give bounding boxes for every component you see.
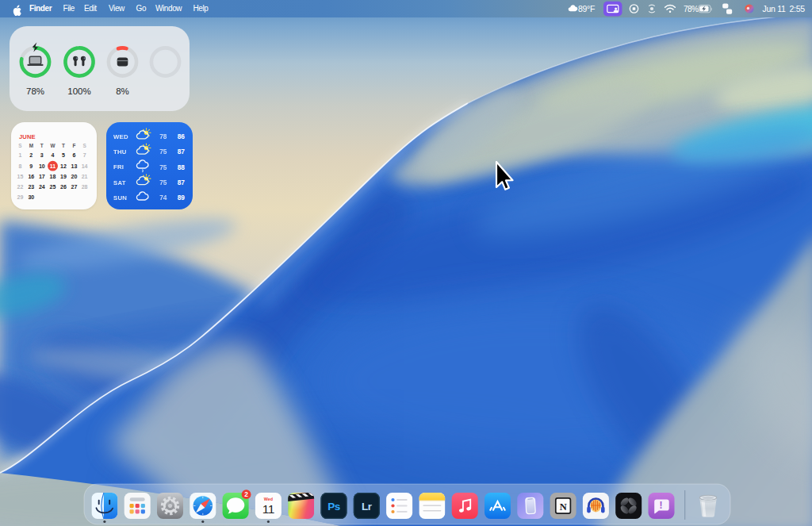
svg-text:25: 25 xyxy=(50,184,56,190)
svg-text:5: 5 xyxy=(62,152,65,158)
svg-text:T: T xyxy=(40,143,44,148)
svg-text:W: W xyxy=(50,143,56,148)
svg-text:2: 2 xyxy=(244,490,248,498)
svg-text:27: 27 xyxy=(71,184,78,190)
svg-text:87: 87 xyxy=(178,179,186,186)
svg-text:S: S xyxy=(18,143,22,148)
svg-text:15: 15 xyxy=(17,174,24,179)
svg-text:11: 11 xyxy=(50,163,56,169)
svg-text:86: 86 xyxy=(178,132,186,140)
svg-text:23: 23 xyxy=(28,184,34,190)
svg-text:Wed: Wed xyxy=(264,497,273,501)
svg-text:29: 29 xyxy=(17,194,24,200)
svg-text:75: 75 xyxy=(159,179,167,186)
svg-text:!: ! xyxy=(660,500,663,511)
svg-text:10: 10 xyxy=(39,163,45,169)
svg-text:S: S xyxy=(82,143,86,148)
svg-text:9: 9 xyxy=(29,163,33,169)
svg-text:F: F xyxy=(72,143,75,148)
svg-text:Lr: Lr xyxy=(362,501,373,513)
svg-text:Jun 11: Jun 11 xyxy=(763,4,786,13)
svg-text:18: 18 xyxy=(50,174,56,179)
svg-text:Ps: Ps xyxy=(327,501,340,513)
svg-text:FRI: FRI xyxy=(113,163,124,171)
svg-text:12: 12 xyxy=(60,163,67,169)
svg-text:THU: THU xyxy=(113,148,127,155)
svg-text:22: 22 xyxy=(17,184,24,190)
svg-text:89°F: 89°F xyxy=(578,4,595,13)
svg-text:89: 89 xyxy=(178,194,186,202)
svg-text:8: 8 xyxy=(18,163,21,169)
svg-text:87: 87 xyxy=(178,148,186,155)
svg-text:14: 14 xyxy=(82,163,88,169)
svg-text:SUN: SUN xyxy=(113,194,127,202)
svg-text:30: 30 xyxy=(28,194,34,200)
svg-text:13: 13 xyxy=(71,163,78,169)
svg-text:SAT: SAT xyxy=(113,179,126,186)
svg-text:N: N xyxy=(560,501,567,513)
svg-text:T: T xyxy=(62,143,65,148)
svg-text:75: 75 xyxy=(159,163,167,171)
svg-text:2:55: 2:55 xyxy=(790,4,806,13)
svg-text:17: 17 xyxy=(39,174,45,179)
svg-text:4: 4 xyxy=(52,152,55,158)
svg-text:1: 1 xyxy=(18,152,21,158)
svg-text:19: 19 xyxy=(60,174,67,179)
svg-text:11: 11 xyxy=(262,502,274,516)
svg-text:7: 7 xyxy=(83,152,86,158)
svg-text:74: 74 xyxy=(159,194,167,202)
svg-text:21: 21 xyxy=(82,174,88,179)
svg-text:24: 24 xyxy=(39,184,45,190)
svg-text:2: 2 xyxy=(29,152,33,158)
svg-text:78: 78 xyxy=(159,132,167,140)
svg-text:JUNE: JUNE xyxy=(19,133,36,140)
svg-text:75: 75 xyxy=(159,148,167,155)
svg-text:78%: 78% xyxy=(684,5,699,13)
svg-text:3: 3 xyxy=(40,152,44,158)
svg-text:28: 28 xyxy=(82,184,88,190)
svg-text:6: 6 xyxy=(72,152,75,158)
svg-text:16: 16 xyxy=(28,174,34,179)
svg-text:26: 26 xyxy=(60,184,67,190)
svg-text:M: M xyxy=(29,143,33,148)
svg-text:88: 88 xyxy=(178,163,186,171)
svg-text:WED: WED xyxy=(113,133,128,140)
svg-text:20: 20 xyxy=(71,174,78,179)
